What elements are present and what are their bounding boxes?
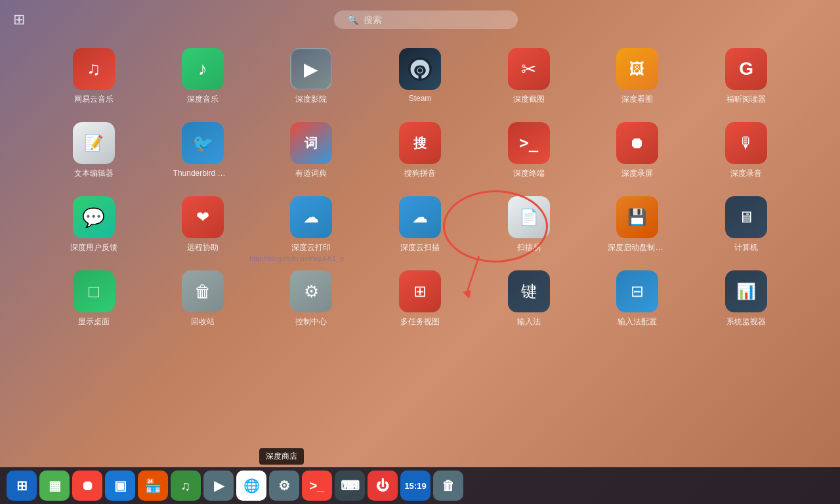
scan-easy-label: 扫描易 [517, 242, 541, 253]
app-item-scan-easy[interactable]: 📄扫描易 [474, 191, 583, 259]
sogou-icon: 搜 [399, 122, 441, 164]
taskbar-clock[interactable]: 15:19 [400, 471, 430, 501]
deepin-image-icon: 🖼 [616, 48, 658, 90]
app-item-deepin-terminal[interactable]: >_深度终端 [474, 117, 583, 184]
deepin-cloud-scan-icon: ☁ [399, 196, 441, 238]
grid-icon[interactable]: ⊞ [13, 11, 25, 28]
deepin-screenshot-icon: ✂ [508, 48, 550, 90]
calculator-label: 计算机 [734, 242, 758, 253]
system-monitor-icon: 📊 [725, 270, 767, 312]
top-bar: ⊞ 🔍 [0, 0, 840, 39]
app-item-steam[interactable]: Steam [366, 43, 474, 110]
taskbar-files[interactable]: ▦ [39, 471, 70, 501]
remote-assist-icon: ❤ [182, 196, 224, 238]
control-label: 控制中心 [295, 316, 327, 327]
app-item-system-monitor[interactable]: 📊系统监视器 [692, 265, 801, 333]
app-item-input-config[interactable]: ⊟输入法配置 [583, 265, 692, 333]
app-item-text-editor[interactable]: 📝文本编辑器 [39, 117, 148, 184]
input-label: 输入法 [517, 316, 541, 327]
input-icon: 键 [508, 270, 550, 312]
taskbar-power[interactable]: ⏻ [368, 471, 398, 501]
taskbar-terminal[interactable]: >_ [302, 471, 332, 501]
deepin-feedback-icon: 💬 [73, 196, 115, 238]
input-config-icon: ⊟ [616, 270, 658, 312]
text-editor-icon: 📝 [73, 122, 115, 164]
deepin-cloud-print-icon: ☁ [290, 196, 332, 238]
app-item-desktop[interactable]: □显示桌面 [39, 265, 148, 333]
deepin-terminal-icon: >_ [508, 122, 550, 164]
taskbar-launcher[interactable]: ⊞ [7, 471, 37, 501]
app-grid: ♫网易云音乐♪深度音乐▶深度影院 Steam✂深度截图🖼深度看图G福昕阅读器📝文… [0, 43, 840, 333]
app-item-deepin-cloud-print[interactable]: ☁深度云打印 [257, 191, 366, 259]
app-item-netease-music[interactable]: ♫网易云音乐 [39, 43, 148, 110]
deepin-movie-label: 深度影院 [295, 94, 327, 105]
trash-icon: 🗑 [182, 270, 224, 312]
search-icon: 🔍 [347, 14, 358, 25]
netease-music-icon: ♫ [73, 48, 115, 90]
svg-point-1 [417, 68, 423, 73]
deepin-cloud-scan-label: 深度云扫描 [400, 242, 440, 253]
thunderbird-icon: 🐦 [182, 122, 224, 164]
fbreader-icon: G [725, 48, 767, 90]
youdao-label: 有道词典 [295, 168, 327, 179]
deepin-voice-icon: 🎙 [725, 122, 767, 164]
app-item-calculator[interactable]: 🖥计算机 [692, 191, 801, 259]
taskbar-settings[interactable]: ⚙ [269, 471, 299, 501]
app-item-deepin-movie[interactable]: ▶深度影院 [257, 43, 366, 110]
multitask-icon: ⊞ [399, 270, 441, 312]
steam-label: Steam [409, 94, 432, 103]
sogou-label: 搜狗拼音 [404, 168, 436, 179]
taskbar-chrome[interactable]: 🌐 [236, 471, 266, 501]
app-item-deepin-cloud-scan[interactable]: ☁深度云扫描 [366, 191, 474, 259]
deepin-screenshot-label: 深度截图 [513, 94, 545, 105]
deepin-movie-icon: ▶ [290, 48, 332, 90]
taskbar-music[interactable]: ♫ [171, 471, 201, 501]
thunderbird-label: Thunderbird 邮... [173, 168, 232, 179]
deepin-voice-label: 深度录音 [730, 168, 762, 179]
taskbar-keyboard[interactable]: ⌨ [335, 471, 365, 501]
app-item-thunderbird[interactable]: 🐦Thunderbird 邮... [148, 117, 257, 184]
app-item-fbreader[interactable]: G福昕阅读器 [692, 43, 801, 110]
input-config-label: 输入法配置 [618, 316, 657, 327]
deepin-music-icon: ♪ [182, 48, 224, 90]
calculator-icon: 🖥 [725, 196, 767, 238]
taskbar-trash[interactable]: 🗑 [433, 471, 463, 501]
app-item-deepin-boot[interactable]: 💾深度启动盘制作... [583, 191, 692, 259]
tooltip-deepin-store: 深度商店 [259, 448, 304, 465]
taskbar-mall[interactable]: 🏪 [138, 471, 168, 501]
app-item-sogou[interactable]: 搜搜狗拼音 [366, 117, 474, 184]
app-item-deepin-feedback[interactable]: 💬深度用户反馈 [39, 191, 148, 259]
deepin-screen-recorder-icon: ⏺ [616, 122, 658, 164]
control-icon: ⚙ [290, 270, 332, 312]
app-item-deepin-music[interactable]: ♪深度音乐 [148, 43, 257, 110]
app-item-deepin-voice[interactable]: 🎙深度录音 [692, 117, 801, 184]
app-item-control[interactable]: ⚙控制中心 [257, 265, 366, 333]
steam-icon [399, 48, 441, 90]
multitask-label: 多任务视图 [400, 316, 440, 327]
deepin-cloud-print-label: 深度云打印 [291, 242, 331, 253]
taskbar-app-store[interactable]: ▣ [105, 471, 135, 501]
scan-easy-icon: 📄 [508, 196, 550, 238]
taskbar-video[interactable]: ▶ [203, 471, 234, 501]
taskbar: ⊞▦⏺▣🏪♫▶🌐⚙>_⌨⏻15:19🗑 [0, 467, 840, 504]
search-bar[interactable]: 🔍 [334, 10, 518, 29]
youdao-icon: 词 [290, 122, 332, 164]
fbreader-label: 福昕阅读器 [726, 94, 766, 105]
app-item-multitask[interactable]: ⊞多任务视图 [366, 265, 474, 333]
deepin-terminal-label: 深度终端 [513, 168, 545, 179]
deepin-feedback-label: 深度用户反馈 [70, 242, 117, 253]
deepin-image-label: 深度看图 [621, 94, 653, 105]
search-input[interactable] [364, 14, 495, 25]
remote-assist-label: 远程协助 [187, 242, 219, 253]
app-item-youdao[interactable]: 词有道词典 [257, 117, 366, 184]
taskbar-screen-rec[interactable]: ⏺ [72, 471, 102, 501]
system-monitor-label: 系统监视器 [726, 316, 766, 327]
app-item-remote-assist[interactable]: ❤远程协助 [148, 191, 257, 259]
app-item-deepin-screenshot[interactable]: ✂深度截图 [474, 43, 583, 110]
app-item-deepin-screen-recorder[interactable]: ⏺深度录屏 [583, 117, 692, 184]
app-item-trash[interactable]: 🗑回收站 [148, 265, 257, 333]
app-item-input[interactable]: 键输入法 [474, 265, 583, 333]
app-item-deepin-image[interactable]: 🖼深度看图 [583, 43, 692, 110]
trash-label: 回收站 [191, 316, 215, 327]
deepin-screen-recorder-label: 深度录屏 [621, 168, 653, 179]
